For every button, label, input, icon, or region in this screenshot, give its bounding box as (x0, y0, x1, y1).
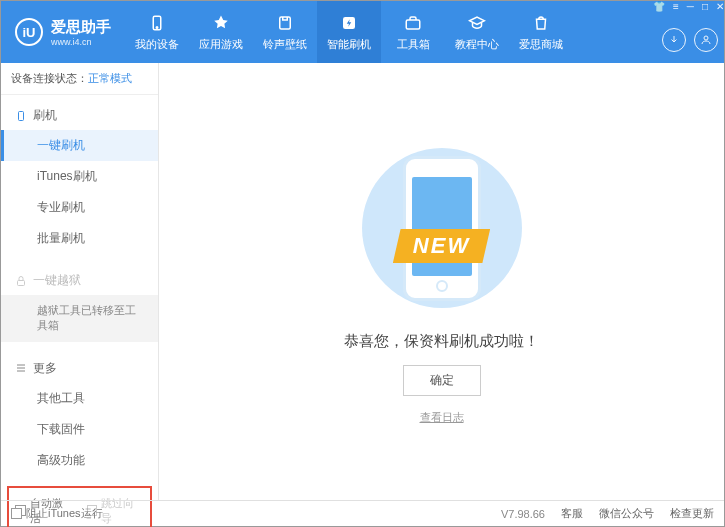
checkbox-label: 阻止iTunes运行 (26, 506, 103, 521)
ok-button[interactable]: 确定 (403, 365, 481, 396)
nav-ringtone[interactable]: 铃声壁纸 (253, 1, 317, 63)
app-window: iU 爱思助手 www.i4.cn 我的设备 应用游戏 铃声壁纸 智能刷机 (0, 0, 725, 527)
conn-label: 设备连接状态： (11, 72, 88, 84)
list-icon (15, 362, 27, 374)
connection-status: 设备连接状态：正常模式 (1, 63, 158, 95)
logo-area: iU 爱思助手 www.i4.cn (1, 1, 125, 63)
version-label: V7.98.66 (501, 508, 545, 520)
svg-rect-2 (280, 17, 291, 29)
nav-apps[interactable]: 应用游戏 (189, 1, 253, 63)
svg-rect-6 (19, 111, 24, 120)
sidebar-section-jailbreak: 一键越狱 (1, 266, 158, 295)
success-message: 恭喜您，保资料刷机成功啦！ (344, 332, 539, 351)
lock-icon (15, 275, 27, 287)
apps-icon (211, 13, 231, 33)
nav-store[interactable]: 爱思商城 (509, 1, 573, 63)
nav-label: 铃声壁纸 (263, 37, 307, 52)
section-title: 刷机 (33, 107, 57, 124)
sidebar-item-batch-flash[interactable]: 批量刷机 (1, 223, 158, 254)
new-ribbon: NEW (393, 229, 490, 263)
device-icon (147, 13, 167, 33)
flash-icon (339, 13, 359, 33)
footer: 阻止iTunes运行 V7.98.66 客服 微信公众号 检查更新 (1, 500, 724, 526)
svg-point-5 (704, 36, 708, 40)
sidebar-item-other-tools[interactable]: 其他工具 (1, 383, 158, 414)
tutorial-icon (467, 13, 487, 33)
nav-label: 我的设备 (135, 37, 179, 52)
main-content: NEW 恭喜您，保资料刷机成功啦！ 确定 查看日志 (159, 63, 724, 500)
store-icon (531, 13, 551, 33)
block-itunes-checkbox[interactable]: 阻止iTunes运行 (11, 506, 103, 521)
menu-icon[interactable]: ≡ (673, 1, 679, 12)
ringtone-icon (275, 13, 295, 33)
sidebar-item-advanced[interactable]: 高级功能 (1, 445, 158, 476)
section-title: 更多 (33, 360, 57, 377)
nav-label: 教程中心 (455, 37, 499, 52)
close-icon[interactable]: ✕ (716, 1, 724, 12)
footer-wechat[interactable]: 微信公众号 (599, 506, 654, 521)
section-title: 一键越狱 (33, 272, 81, 289)
view-log-link[interactable]: 查看日志 (420, 410, 464, 425)
checkbox-icon (11, 508, 22, 519)
user-button[interactable] (694, 28, 718, 52)
body: 设备连接状态：正常模式 刷机 一键刷机 iTunes刷机 专业刷机 批量刷机 一… (1, 63, 724, 500)
toolbox-icon (403, 13, 423, 33)
nav-flash[interactable]: 智能刷机 (317, 1, 381, 63)
sidebar-item-oneclick-flash[interactable]: 一键刷机 (1, 130, 158, 161)
nav-label: 爱思商城 (519, 37, 563, 52)
sidebar-section-more[interactable]: 更多 (1, 354, 158, 383)
sidebar-section-flash[interactable]: 刷机 (1, 101, 158, 130)
nav-label: 智能刷机 (327, 37, 371, 52)
nav-label: 工具箱 (397, 37, 430, 52)
footer-check-update[interactable]: 检查更新 (670, 506, 714, 521)
sidebar-item-pro-flash[interactable]: 专业刷机 (1, 192, 158, 223)
header: iU 爱思助手 www.i4.cn 我的设备 应用游戏 铃声壁纸 智能刷机 (1, 1, 724, 63)
window-controls: 👕 ≡ ─ □ ✕ (653, 1, 724, 12)
success-illustration: NEW (332, 138, 552, 318)
phone-graphic (403, 156, 481, 301)
sidebar: 设备连接状态：正常模式 刷机 一键刷机 iTunes刷机 专业刷机 批量刷机 一… (1, 63, 159, 500)
nav-toolbox[interactable]: 工具箱 (381, 1, 445, 63)
nav-my-device[interactable]: 我的设备 (125, 1, 189, 63)
phone-icon (15, 110, 27, 122)
top-nav: 我的设备 应用游戏 铃声壁纸 智能刷机 工具箱 教程中心 (125, 1, 653, 63)
svg-rect-4 (406, 20, 420, 29)
maximize-icon[interactable]: □ (702, 1, 708, 12)
sidebar-item-itunes-flash[interactable]: iTunes刷机 (1, 161, 158, 192)
svg-rect-7 (18, 280, 25, 285)
jailbreak-moved-notice: 越狱工具已转移至工具箱 (1, 295, 158, 342)
nav-label: 应用游戏 (199, 37, 243, 52)
svg-point-1 (156, 26, 158, 28)
app-name: 爱思助手 (51, 18, 111, 37)
sidebar-item-download-firmware[interactable]: 下载固件 (1, 414, 158, 445)
skin-icon[interactable]: 👕 (653, 1, 665, 12)
conn-mode: 正常模式 (88, 72, 132, 84)
download-button[interactable] (662, 28, 686, 52)
nav-tutorial[interactable]: 教程中心 (445, 1, 509, 63)
minimize-icon[interactable]: ─ (687, 1, 694, 12)
logo-icon: iU (15, 18, 43, 46)
app-url: www.i4.cn (51, 37, 111, 47)
footer-support[interactable]: 客服 (561, 506, 583, 521)
